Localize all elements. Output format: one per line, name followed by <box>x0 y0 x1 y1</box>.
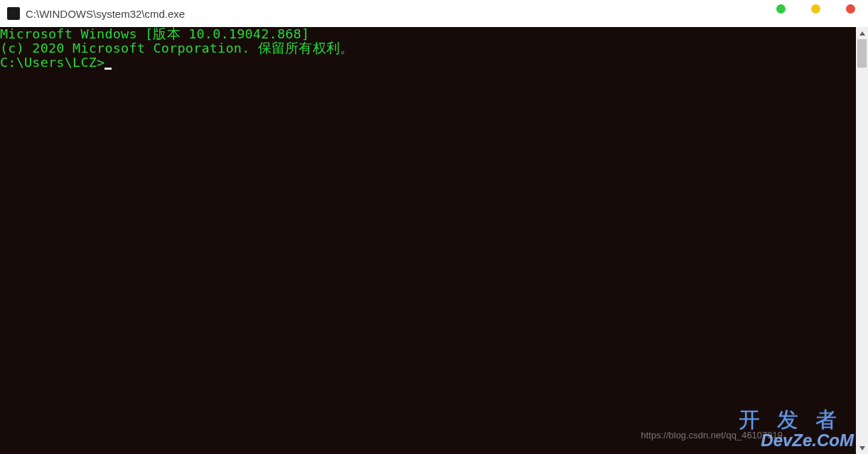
prompt: C:\Users\LCZ> <box>0 55 105 70</box>
minimize-button[interactable] <box>776 4 786 14</box>
terminal[interactable]: Microsoft Windows [版本 10.0.19042.868](c)… <box>0 27 856 454</box>
maximize-button[interactable] <box>811 4 820 14</box>
cursor-icon <box>105 68 112 70</box>
window-title: C:\WINDOWS\system32\cmd.exe <box>26 8 185 20</box>
cmd-window: C:\WINDOWS\system32\cmd.exe Microsoft Wi… <box>0 0 868 454</box>
scroll-down-button[interactable] <box>856 442 868 454</box>
scroll-up-button[interactable] <box>856 27 868 39</box>
titlebar[interactable]: C:\WINDOWS\system32\cmd.exe <box>0 0 868 27</box>
terminal-line: Microsoft Windows [版本 10.0.19042.868] <box>0 27 856 41</box>
content-area: Microsoft Windows [版本 10.0.19042.868](c)… <box>0 27 868 454</box>
scrollbar[interactable] <box>856 27 868 454</box>
scroll-thumb[interactable] <box>857 39 867 68</box>
scroll-track[interactable] <box>856 39 868 442</box>
window-controls <box>776 4 855 14</box>
chevron-down-icon <box>859 446 865 450</box>
chevron-up-icon <box>859 31 865 36</box>
close-button[interactable] <box>846 4 855 14</box>
terminal-line: (c) 2020 Microsoft Corporation. 保留所有权利。 <box>0 41 856 56</box>
app-icon <box>7 7 20 20</box>
